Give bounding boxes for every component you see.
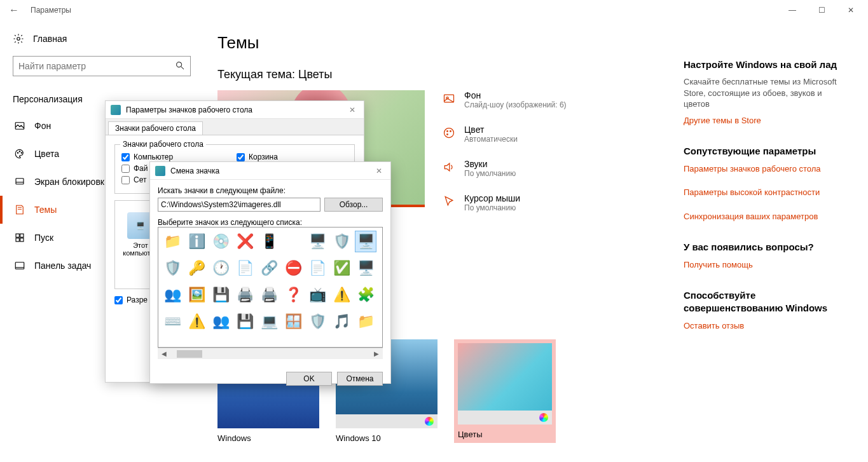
window-title: Параметры (25, 6, 71, 15)
system-icon[interactable]: ⚠️ (186, 311, 207, 332)
system-icon[interactable]: ⚠️ (331, 285, 352, 305)
system-icon[interactable]: 🕐 (210, 258, 231, 278)
system-icon[interactable]: 💾 (210, 285, 231, 305)
system-icon[interactable]: ⛔ (283, 258, 303, 278)
system-icon[interactable]: ℹ️ (186, 231, 207, 252)
dialog-titlebar[interactable]: Параметры значков рабочего стола ✕ (106, 101, 364, 119)
browse-button[interactable]: Обзор... (324, 198, 383, 212)
system-icon[interactable]: 🖥️ (307, 231, 327, 252)
theme-prop-sounds[interactable]: ЗвукиПо умолчанию (443, 159, 567, 178)
system-icon[interactable]: ❌ (235, 231, 255, 252)
system-icon[interactable]: 📄 (235, 258, 255, 278)
icon-path-input[interactable] (158, 198, 320, 212)
system-icon[interactable]: 📋 (380, 311, 383, 332)
theme-prop-color[interactable]: ЦветАвтоматически (443, 125, 567, 144)
search-input[interactable] (13, 57, 190, 76)
system-icon[interactable]: 📁 (162, 231, 183, 252)
current-theme-line: Текущая тема: Цветы (217, 68, 658, 81)
link-store-themes[interactable]: Другие темы в Store (684, 115, 849, 126)
svg-point-20 (447, 134, 448, 135)
system-icon[interactable]: 🎵 (331, 311, 352, 332)
system-icon[interactable]: 🖥️ (355, 231, 376, 252)
titlebar: ← Параметры (0, 0, 868, 20)
svg-point-0 (17, 37, 20, 41)
system-icon[interactable]: 🛡️ (331, 231, 352, 252)
link-get-help[interactable]: Получить помощь (684, 259, 849, 271)
system-icon[interactable]: ✅ (331, 258, 352, 278)
svg-point-6 (21, 153, 22, 154)
system-icon[interactable]: 📺 (307, 285, 327, 305)
close-button[interactable] (836, 0, 865, 20)
lock-screen-icon (14, 176, 25, 187)
aside-heading: Сопутствующие параметры (684, 145, 849, 158)
sidebar-item-label: Пуск (34, 233, 53, 243)
theme-card-flowers[interactable]: Цветы (454, 339, 556, 443)
ok-button[interactable]: OK (286, 372, 332, 386)
start-icon (14, 232, 25, 243)
system-icon[interactable]: 📄 (307, 258, 327, 278)
sidebar-item-label: Темы (34, 205, 57, 215)
svg-rect-10 (20, 234, 24, 237)
system-icon[interactable]: 🖨️ (259, 285, 279, 305)
checkbox-computer[interactable]: Компьютер (121, 153, 173, 161)
system-icon[interactable]: 📁 (380, 285, 383, 305)
system-icon[interactable]: 🔗 (259, 258, 279, 278)
system-icon[interactable]: 🔑 (186, 258, 207, 278)
link-feedback[interactable]: Оставить отзыв (684, 320, 849, 332)
dialog-title: Смена значка (170, 166, 219, 175)
search-icon (175, 60, 185, 71)
picture-icon (443, 92, 455, 105)
system-icon[interactable]: 🛡️ (307, 311, 327, 332)
app-icon (155, 166, 165, 176)
system-icon[interactable]: 📁 (355, 311, 376, 332)
minimize-button[interactable] (778, 0, 807, 20)
aside-heading: Способствуйте совершенствованию Windows (684, 289, 849, 315)
tab-desktop-icons[interactable]: Значки рабочего стола (108, 121, 203, 135)
page-title: Темы (217, 33, 658, 53)
close-icon[interactable]: ✕ (346, 105, 359, 114)
gear-icon (13, 33, 24, 44)
sidebar-home[interactable]: Главная (13, 33, 203, 44)
system-icon[interactable]: 🧩 (355, 285, 376, 305)
back-button[interactable]: ← (3, 4, 25, 16)
scroll-thumb[interactable] (177, 350, 202, 358)
system-icon[interactable]: ⌨️ (162, 311, 183, 332)
picture-icon (14, 120, 25, 132)
icon-list[interactable]: 📁 ℹ️ 💿 ❌ 📱 🖥️ 🛡️ 🖥️ 📁 🛡️ 🔑 🕐 📄 🔗 ⛔ 📄 ✅ 🖥… (158, 227, 383, 348)
system-icon[interactable]: 🖥️ (355, 258, 376, 278)
maximize-button[interactable] (807, 0, 836, 20)
system-icon[interactable]: 🛡️ (162, 258, 183, 278)
system-icon[interactable]: 📁 (380, 231, 383, 252)
link-high-contrast[interactable]: Параметры высокой контрастности (684, 187, 849, 198)
link-desktop-icons[interactable]: Параметры значков рабочего стола (684, 163, 849, 175)
dialog-titlebar[interactable]: Смена значка ✕ (150, 162, 390, 180)
system-icon[interactable]: 📱 (259, 231, 279, 252)
system-icon[interactable]: 👥 (210, 311, 231, 332)
scroll-right-icon[interactable]: ▶ (373, 350, 380, 357)
system-icon[interactable]: 📋 (380, 258, 383, 278)
system-icon[interactable]: 💻 (259, 311, 279, 332)
system-icon[interactable]: 🖨️ (235, 285, 255, 305)
horizontal-scrollbar[interactable]: ◀ ▶ (158, 348, 383, 359)
link-sync-settings[interactable]: Синхронизация ваших параметров (684, 211, 849, 222)
palette-icon (14, 148, 25, 160)
theme-prop-background[interactable]: ФонСлайд-шоу (изображений: 6) (443, 90, 567, 109)
cancel-button[interactable]: Отмена (337, 372, 383, 386)
svg-point-19 (450, 131, 451, 132)
system-icon[interactable]: ❓ (283, 285, 303, 305)
system-icon[interactable]: 🪟 (283, 311, 303, 332)
system-icon[interactable] (283, 231, 303, 252)
checkbox-recycle[interactable]: Корзина (237, 153, 278, 161)
svg-rect-13 (15, 262, 24, 269)
system-icon[interactable]: 🖼️ (186, 285, 207, 305)
close-icon[interactable]: ✕ (373, 166, 385, 175)
theme-prop-cursor[interactable]: Курсор мышиПо умолчанию (443, 193, 567, 212)
search-box[interactable] (13, 56, 191, 76)
sidebar-item-label: Цвета (34, 149, 59, 159)
system-icon[interactable]: 💾 (235, 311, 255, 332)
system-icon[interactable]: 👥 (162, 285, 183, 305)
aside-text: Скачайте бесплатные темы из Microsoft St… (684, 76, 849, 110)
color-wheel-icon (425, 417, 434, 426)
system-icon[interactable]: 💿 (210, 231, 231, 252)
scroll-left-icon[interactable]: ◀ (160, 350, 168, 357)
